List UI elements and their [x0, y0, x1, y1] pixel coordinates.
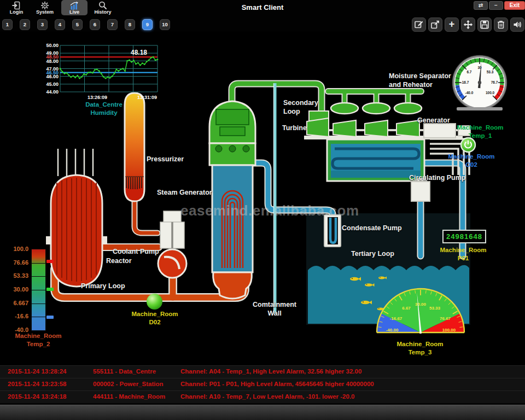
edit-page-button[interactable] — [412, 18, 426, 32]
trend-label: Data_Centre Humidity — [60, 101, 148, 117]
page-button-1[interactable]: 1 — [2, 19, 13, 30]
label-primary-loop: Primary Loop — [81, 282, 125, 290]
move-button[interactable] — [461, 18, 475, 32]
alarm-message: Channel: A04 - Temp_1, High Level Alarm,… — [180, 368, 521, 375]
bar-tick-label: 100.0 — [4, 246, 28, 252]
svg-text:6.67: 6.67 — [402, 306, 411, 311]
page-button-3[interactable]: 3 — [37, 19, 48, 30]
page-button-7[interactable]: 7 — [107, 19, 118, 30]
bar-marker-low — [46, 316, 54, 319]
trend-current-value: 48.18 — [131, 49, 147, 56]
delete-button[interactable] — [494, 18, 508, 32]
save-button[interactable] — [477, 18, 492, 32]
switch-o02-label-2: O02 — [439, 161, 504, 169]
power-button-ring — [461, 138, 475, 152]
containment-wall — [274, 83, 276, 314]
label-containment-1: Comtainment — [252, 300, 297, 309]
page-button-8[interactable]: 8 — [125, 19, 135, 30]
minimize-button[interactable]: − — [489, 1, 503, 10]
svg-text:45.00: 45.00 — [46, 81, 59, 87]
watermark: easemind.en.alibaba.com — [180, 202, 377, 219]
refresh-button[interactable]: ⇄ — [474, 1, 488, 10]
indicator-d02-label: Machine_Room D02 — [122, 310, 188, 326]
svg-text:44.00: 44.00 — [46, 89, 59, 95]
trend-label-2: Humidity — [60, 109, 148, 117]
label-pressurizer: Pressurizer — [147, 155, 184, 164]
indicator-d02-label-2: D02 — [122, 318, 188, 326]
label-moisture-2: and Reheator — [389, 80, 451, 89]
svg-text:53.33: 53.33 — [429, 306, 441, 311]
svg-text:13:26:09: 13:26:09 — [88, 95, 107, 100]
status-bar: 24/11/2015 13:31:17 Server Mode Page 1 E… — [0, 405, 525, 420]
nav-login[interactable]: Login — [3, 0, 30, 15]
bar-marker-high — [46, 260, 54, 263]
steam-generator-vessel — [209, 101, 255, 299]
svg-text:48.50: 48.50 — [46, 54, 59, 60]
gauge-temp3-label-1: Machine_Room — [387, 340, 453, 348]
label-tertiary-loop: Tertiary Loop — [351, 249, 394, 258]
display-p01-label-1: Machine_Room — [430, 246, 496, 254]
export-icon — [430, 19, 441, 30]
indicator-d02 — [147, 294, 162, 310]
svg-text:100.0: 100.0 — [486, 91, 495, 95]
exit-button[interactable]: Exit — [504, 1, 525, 10]
page-button-9[interactable]: 9 — [142, 19, 153, 30]
alarm-list: 2015-11-24 13:28:24555111 - Data_CentreC… — [0, 365, 525, 404]
label-secondary-loop: Secondary Loop — [283, 98, 318, 116]
page-button-6[interactable]: 6 — [90, 19, 100, 30]
nav-system[interactable]: System — [32, 0, 58, 15]
alarm-message: Channel: A10 - Temp_7, Low Level Alarm, … — [180, 393, 521, 400]
edit-icon — [413, 19, 424, 30]
plus-icon: + — [445, 18, 458, 30]
label-containment-wall: Comtainment Wall — [252, 300, 297, 318]
svg-text:53.3: 53.3 — [487, 70, 494, 74]
bar-temp2-label-1: Machine_Room — [4, 332, 72, 340]
svg-text:-16.67: -16.67 — [390, 316, 402, 321]
trash-icon — [495, 19, 506, 30]
svg-text:6.7: 6.7 — [466, 70, 471, 74]
alarm-row[interactable]: 2015-11-24 13:24:18444111 - Machine_Room… — [0, 390, 525, 403]
humidity-trend-chart: 50.0049.0048.0047.0046.0045.0044.0048.50… — [38, 42, 160, 103]
bar-tick-label: 76.66 — [4, 259, 28, 266]
label-secondary-loop-1: Secondary — [283, 98, 318, 107]
alarm-time: 2015-11-24 13:23:58 — [8, 381, 90, 387]
gauge-temp3-label: Machine_Room Temp_3 — [387, 340, 453, 357]
audio-button[interactable] — [510, 18, 524, 32]
label-containment-2: Wall — [252, 309, 297, 318]
page-button-5[interactable]: 5 — [72, 19, 83, 30]
svg-text:100.00: 100.00 — [442, 328, 456, 332]
title-bar: Login System Live History — [0, 0, 525, 15]
add-button[interactable]: + — [445, 18, 459, 32]
gauge-temp1: -40.0-16.76.73053.376.7100.0 — [450, 52, 510, 113]
alarm-time: 2015-11-24 13:28:24 — [8, 368, 90, 375]
smart-client-window: Login System Live History — [0, 0, 525, 420]
label-generator: Generator — [417, 116, 450, 125]
gauge-temp1-label-1: Machine_Room — [447, 124, 514, 132]
refresh-icon: ⇄ — [479, 2, 483, 8]
export-button[interactable] — [428, 18, 442, 32]
label-moisture-separator: Moisture Separator and Reheator — [389, 72, 451, 89]
switch-o02-button[interactable] — [460, 137, 476, 153]
label-secondary-loop-2: Loop — [283, 107, 318, 116]
nav-live[interactable]: Live — [61, 0, 88, 15]
alarm-row[interactable]: 2015-11-24 13:28:24555111 - Data_CentreC… — [0, 365, 525, 378]
page-button-2[interactable]: 2 — [20, 19, 30, 30]
alarm-source: 444111 - Machine_Room — [93, 393, 180, 400]
alarm-time: 2015-11-24 13:24:18 — [8, 393, 90, 400]
alarm-row[interactable]: 2015-11-24 13:23:58000002 - Power_Statio… — [0, 378, 525, 390]
indicator-d02-label-1: Machine_Room — [122, 310, 188, 318]
alarm-source: 000002 - Power_Station — [93, 381, 180, 387]
nav-login-label: Login — [3, 9, 30, 15]
page-button-10[interactable]: 10 — [160, 19, 170, 30]
svg-text:76.67: 76.67 — [440, 316, 451, 321]
bar-temp2-label-2: Temp_2 — [4, 340, 72, 348]
nav-history[interactable]: History — [90, 0, 116, 15]
bar-tick-label: 30.00 — [4, 286, 28, 293]
svg-text:46.50: 46.50 — [46, 70, 59, 75]
display-p01-label: Machine_Room P01 — [430, 246, 496, 262]
gauge-temp3: -40.00-16.676.6730.0053.3376.67100.00 — [374, 283, 468, 337]
bar-marker-value — [46, 288, 54, 291]
page-button-4[interactable]: 4 — [55, 19, 65, 30]
reactor-vessel — [46, 149, 107, 287]
bar-temp2-label: Machine_Room Temp_2 — [4, 332, 72, 348]
